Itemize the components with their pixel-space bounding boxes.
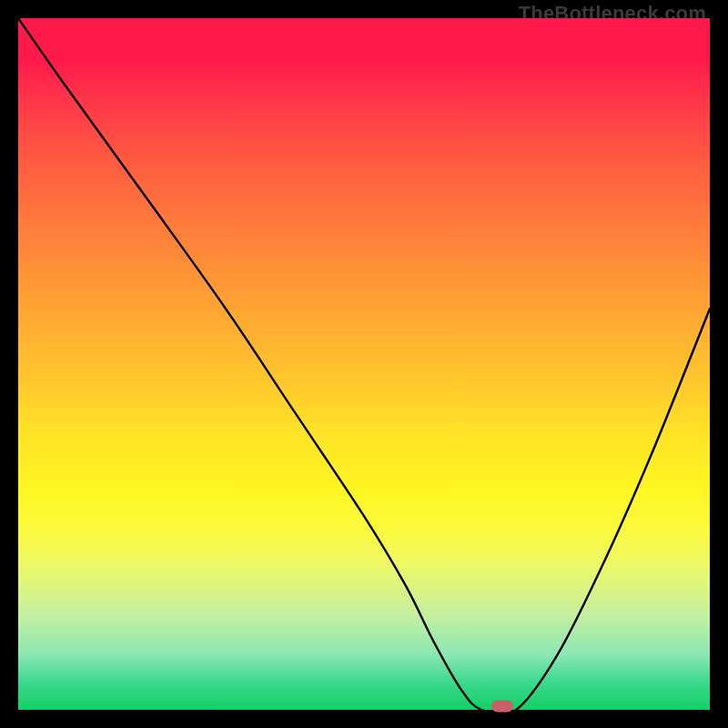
curve-svg — [18, 18, 710, 710]
bottleneck-curve — [18, 18, 710, 714]
plot-area — [18, 18, 710, 710]
chart-container: TheBottleneck.com — [0, 0, 728, 728]
optimum-marker — [491, 701, 513, 713]
